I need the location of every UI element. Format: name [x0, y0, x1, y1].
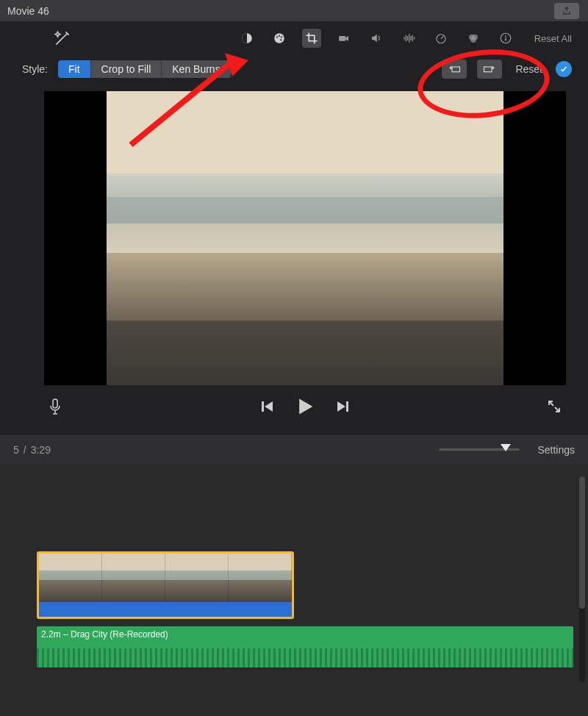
magic-wand-button[interactable]	[53, 29, 72, 48]
svg-rect-15	[484, 67, 492, 72]
zoom-slider[interactable]	[439, 448, 520, 451]
color-palette-icon	[273, 32, 286, 45]
duration: 3:29	[31, 444, 51, 456]
filter-icon	[467, 32, 480, 45]
rotate-ccw-icon	[448, 64, 461, 74]
microphone-icon	[49, 398, 62, 415]
filter-button[interactable]	[464, 29, 483, 48]
style-ken-burns-button[interactable]: Ken Burns	[162, 60, 230, 78]
rotate-cw-icon	[483, 64, 496, 74]
video-clip[interactable]	[37, 551, 294, 619]
equalizer-icon	[402, 32, 415, 45]
adjustments-toolbar: Reset All	[0, 22, 588, 54]
clip-thumbnail	[165, 554, 229, 602]
crop-button[interactable]	[302, 29, 321, 48]
voiceover-button[interactable]	[49, 398, 62, 418]
stabilize-button[interactable]	[334, 29, 354, 48]
play-icon	[295, 397, 315, 416]
timeline-header: 5 / 3:29 Settings	[0, 434, 588, 465]
rotate-ccw-button[interactable]	[442, 60, 467, 79]
speed-button[interactable]	[431, 29, 451, 48]
zoom-slider-thumb[interactable]	[501, 444, 511, 451]
clip-thumbnail	[39, 554, 102, 602]
next-button[interactable]	[335, 399, 350, 417]
preview-viewport[interactable]	[44, 91, 566, 385]
svg-rect-16	[53, 399, 57, 408]
volume-icon	[370, 32, 383, 45]
previous-button[interactable]	[260, 399, 275, 417]
noise-reduction-button[interactable]	[399, 29, 418, 48]
volume-button[interactable]	[367, 29, 386, 48]
rotate-cw-button[interactable]	[477, 60, 502, 79]
svg-point-4	[280, 36, 282, 37]
crop-icon	[305, 32, 318, 45]
previous-icon	[260, 399, 275, 414]
timeline-scrollbar[interactable]	[579, 476, 585, 682]
audio-waveform	[37, 648, 573, 667]
magic-wand-icon	[53, 29, 72, 48]
style-label: Style:	[22, 63, 48, 75]
reset-all-button[interactable]: Reset All	[534, 33, 572, 44]
playback-controls	[44, 391, 566, 425]
window-title: Movie 46	[7, 5, 49, 17]
scrollbar-thumb[interactable]	[579, 476, 585, 609]
clip-thumbnail	[229, 554, 292, 602]
color-balance-icon	[240, 32, 254, 45]
time-separator: /	[24, 444, 26, 456]
svg-rect-14	[452, 67, 460, 72]
audio-clip[interactable]: 2.2m – Drag City (Re-Recorded)	[37, 626, 573, 667]
svg-rect-13	[505, 37, 506, 41]
next-icon	[335, 399, 350, 414]
reset-button[interactable]: Reset	[515, 63, 542, 75]
style-crop-to-fill-button[interactable]: Crop to Fill	[91, 60, 162, 78]
style-fit-button[interactable]: Fit	[58, 60, 91, 78]
clip-thumbnails	[39, 554, 292, 602]
info-icon	[499, 32, 512, 45]
fullscreen-icon	[547, 399, 562, 414]
svg-rect-17	[262, 401, 264, 412]
svg-point-3	[278, 35, 279, 36]
clip-thumbnail	[102, 554, 165, 602]
play-button[interactable]	[295, 397, 315, 419]
crop-style-row: Style: Fit Crop to Fill Ken Burns Reset	[0, 54, 588, 84]
title-bar: Movie 46	[0, 0, 588, 22]
fullscreen-button[interactable]	[547, 399, 562, 417]
share-button[interactable]	[554, 3, 579, 19]
svg-rect-18	[346, 401, 348, 412]
svg-point-5	[280, 39, 282, 40]
camera-icon	[337, 32, 351, 45]
timeline-settings-button[interactable]: Settings	[537, 444, 575, 456]
clip-audio-bar	[39, 602, 292, 618]
viewer-area: Reset All Style: Fit Crop to Fill Ken Bu…	[0, 22, 588, 434]
speed-icon	[434, 32, 448, 45]
share-icon	[562, 6, 572, 16]
color-palette-button[interactable]	[270, 29, 289, 48]
svg-point-10	[470, 37, 476, 43]
color-balance-button[interactable]	[237, 29, 257, 48]
style-segmented-control: Fit Crop to Fill Ken Burns	[58, 60, 231, 78]
preview-frame	[107, 91, 503, 385]
playhead-position: 5	[13, 444, 19, 456]
svg-point-2	[276, 36, 277, 37]
audio-clip-label: 2.2m – Drag City (Re-Recorded)	[41, 629, 168, 640]
svg-point-1	[274, 33, 284, 43]
svg-rect-6	[339, 36, 345, 41]
svg-point-12	[505, 35, 506, 37]
timeline[interactable]: 2.2m – Drag City (Re-Recorded)	[0, 465, 588, 707]
info-button[interactable]	[496, 29, 515, 48]
apply-button[interactable]	[556, 61, 572, 77]
check-icon	[559, 65, 568, 74]
